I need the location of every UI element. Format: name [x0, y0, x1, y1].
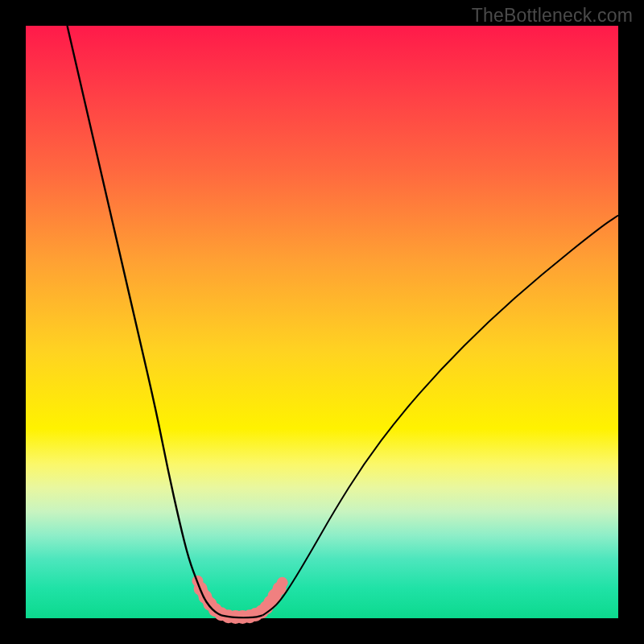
pink-marker-dot — [277, 577, 288, 588]
watermark-text: TheBottleneck.com — [472, 5, 633, 27]
curve-layer — [26, 26, 618, 618]
left-curve — [68, 26, 221, 615]
right-curve — [262, 216, 618, 616]
chart-frame: TheBottleneck.com — [0, 0, 644, 644]
pink-markers-group — [192, 576, 287, 624]
plot-area — [26, 26, 618, 618]
